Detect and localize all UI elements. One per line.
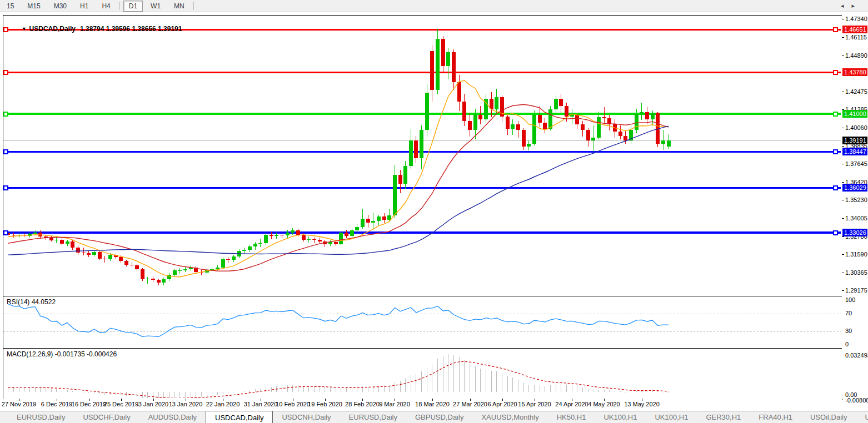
tab-eurusd-daily[interactable]: EURUSD,Daily [8,411,74,423]
timeframe-button-h4[interactable]: H4 [96,1,116,12]
price-badge: 1.46651 [842,26,867,33]
price-axis-label: 1.37645 [845,160,867,167]
macd-canvas[interactable] [3,349,841,398]
price-axis-label: 1.35230 [845,197,867,203]
macd-indicator-pane[interactable]: MACD(12,26,9) -0.001735 -0.000426 [3,348,842,400]
date-axis-label: 16 Dec 2019 [72,401,106,407]
chart-title-symbol: USDCAD,Daily [29,25,76,33]
tab-usdjpy-h1[interactable]: USDJPY,H1 [856,411,868,423]
mt4-terminal-window: 15M15M30H1H4D1W1MN ▼USDCAD,Daily1.38794 … [0,0,868,423]
date-axis-label: 27 Mar 2020 [453,401,487,407]
date-axis-label: 15 Apr 2020 [518,401,551,407]
price-axis-tick [842,182,844,183]
date-axis-label: 18 Mar 2020 [415,401,450,407]
date-axis-label: 25 Dec 2019 [104,401,138,407]
price-axis-tick [842,164,844,164]
price-axis-label: 1.30365 [845,269,867,276]
timeframe-button-mn[interactable]: MN [168,1,190,12]
date-axis-label: 13 Jan 2020 [169,401,203,407]
price-axis-tick [842,290,844,291]
timeframe-button-15[interactable]: 15 [1,1,19,12]
price-axis-label: 1.29175 [845,287,867,294]
price-axis-tick [842,218,844,219]
rsi-canvas[interactable] [3,296,841,347]
price-axis-label: 1.46115 [845,34,867,41]
price-chart-canvas[interactable] [3,16,841,295]
date-axis[interactable]: 27 Nov 20196 Dec 201916 Dec 201925 Dec 2… [3,399,842,410]
price-badge: 1.33026 [842,229,867,236]
tab-usdcnh-daily[interactable]: USDCNH,Daily [273,411,340,423]
price-badge: 1.41000 [842,110,867,118]
price-axis-tick [842,56,844,56]
date-axis-label: 28 Feb 2020 [345,401,380,407]
price-axis[interactable]: 1.473401.461151.448901.436651.424751.412… [842,12,868,399]
timeframe-button-h1[interactable]: H1 [74,1,94,12]
date-axis-label: 3 Jan 2020 [138,401,168,407]
date-axis-label: 24 Apr 2020 [555,401,588,407]
price-axis-tick [842,92,844,92]
price-axis-tick [842,19,844,19]
tab-uk100-h1[interactable]: UK100,H1 [646,411,697,423]
tab-scroll-right-icon[interactable]: ▸ [851,2,862,9]
date-axis-label: 6 Apr 2020 [487,401,517,407]
tab-eurusd-daily[interactable]: EURUSD,Daily [340,411,406,423]
date-axis-label: 6 Dec 2019 [41,401,72,407]
date-axis-label: 19 Feb 2020 [308,401,342,407]
timeframe-button-m15[interactable]: M15 [22,1,46,12]
symbol-dropdown-icon[interactable]: ▼ [22,26,27,32]
tab-audusd-daily[interactable]: AUDUSD,Daily [139,411,206,423]
tab-scroll-left-icon[interactable]: ◂ [841,2,852,9]
price-axis-tick [842,236,844,237]
tab-gbpusd-daily[interactable]: GBPUSD,Daily [406,411,472,423]
price-badge: 1.43780 [842,68,867,76]
price-axis-label: 1.40060 [845,124,867,131]
date-axis-label: 9 Mar 2020 [379,401,410,407]
tab-uk100-h1[interactable]: UK100,H1 [595,411,646,423]
tab-scroll-arrows: ◂▸ [841,2,862,9]
price-axis-label: 1.47340 [845,16,867,22]
tab-xauusd-monthly[interactable]: XAUUSD,Monthly [472,411,547,423]
timeframe-toolbar: 15M15M30H1H4D1W1MN [0,0,868,12]
macd-axis-label: -0.008086 [845,397,868,404]
price-axis-label: 1.34005 [845,215,867,221]
rsi-axis-label: 0 [845,341,849,348]
price-axis-tick [842,254,844,255]
date-axis-label: 4 May 2020 [588,401,620,407]
price-badge: 1.38447 [842,148,867,155]
date-axis-label: 13 May 2020 [624,401,660,407]
tab-usdchf-daily[interactable]: USDCHF,Daily [74,411,139,423]
timeframe-button-m30[interactable]: M30 [48,1,72,12]
date-axis-label: 27 Nov 2019 [2,401,36,407]
price-axis-tick [842,146,844,147]
price-axis-tick [842,37,844,38]
tab-usdcad-daily[interactable]: USDCAD,Daily [206,411,273,423]
price-badge: 1.39191 [842,137,867,144]
rsi-indicator-pane[interactable]: RSI(14) 44.0522 [3,296,842,349]
price-badge: 1.36029 [842,184,867,192]
toolbar-separator [119,2,120,10]
tab-fra40-h1[interactable]: FRA40,H1 [750,411,801,423]
macd-axis-label: 0.032493 [845,352,868,359]
toolbar-separator [193,2,194,10]
chart-title: ▼USDCAD,Daily1.38794 1.39596 1.38656 1.3… [7,17,182,41]
rsi-label: RSI(14) 44.0522 [7,298,56,306]
timeframe-button-d1[interactable]: D1 [123,1,143,12]
chart-tab-bar: EURUSD,DailyUSDCHF,DailyAUDUSD,DailyUSDC… [0,411,868,423]
date-axis-label: 31 Jan 2020 [244,401,278,407]
timeframe-button-w1[interactable]: W1 [145,1,166,12]
rsi-axis-label: 70 [845,310,852,316]
date-axis-label: 22 Jan 2020 [206,401,240,407]
price-axis-label: 1.44890 [845,52,867,59]
tab-ger30-h1[interactable]: GER30,H1 [697,411,750,423]
price-axis-label: 1.31590 [845,251,867,258]
macd-label: MACD(12,26,9) -0.001735 -0.000426 [7,350,117,358]
tab-hk50-h1[interactable]: HK50,H1 [548,411,595,423]
price-axis-label: 1.42475 [845,88,867,95]
rsi-axis-label: 100 [845,296,855,303]
rsi-axis-label: 30 [845,328,852,334]
chart-title-ohlc: 1.38794 1.39596 1.38656 1.39191 [80,25,182,33]
tab-usoil-daily[interactable]: USOil,Daily [801,411,856,423]
price-axis-tick [842,128,844,128]
date-axis-label: 10 Feb 2020 [276,401,310,407]
main-price-pane[interactable]: ▼USDCAD,Daily1.38794 1.39596 1.38656 1.3… [3,15,842,296]
